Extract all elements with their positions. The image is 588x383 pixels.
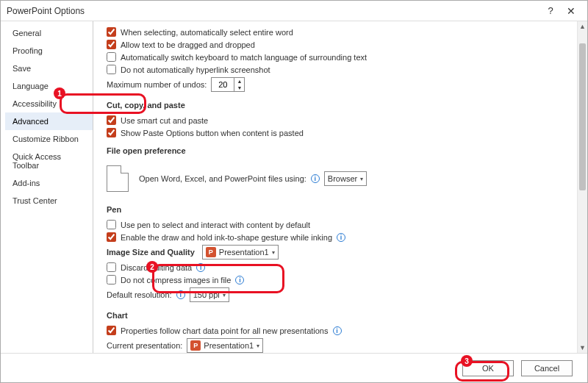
opt-row: Use smart cut and paste <box>107 115 571 125</box>
heading-cut-copy-paste: Cut, copy, and paste <box>107 101 571 110</box>
chevron-down-icon: ▾ <box>257 343 259 349</box>
opt-row: Properties follow chart data point for a… <box>107 326 571 335</box>
info-icon[interactable]: i <box>333 326 342 335</box>
label-chart-props-all: Properties follow chart data point for a… <box>121 326 329 335</box>
powerpoint-badge-icon: P <box>206 247 216 257</box>
advanced-options-content: When selecting, automatically select ent… <box>93 21 577 353</box>
info-icon[interactable]: i <box>176 290 185 299</box>
close-icon[interactable]: ✕ <box>561 3 581 19</box>
checkbox-no-hyperlink-screenshot[interactable] <box>107 65 116 74</box>
label-file-open: Open Word, Excel, and PowerPoint files u… <box>139 174 306 183</box>
sidebar-item-advanced[interactable]: Advanced <box>5 112 93 130</box>
label-max-undos: Maximum number of undos: <box>107 80 207 89</box>
label-current-presentation: Current presentation: <box>107 341 182 350</box>
dialog-body: General Proofing Save Language Accessibi… <box>1 21 587 353</box>
undo-row: Maximum number of undos: ▲▼ <box>107 77 571 92</box>
dialog-button-bar: OK Cancel <box>1 353 587 382</box>
checkbox-auto-keyboard[interactable] <box>107 52 116 62</box>
opt-row: Allow text to be dragged and dropped <box>107 40 571 49</box>
checkbox-smart-cut-paste[interactable] <box>107 115 116 125</box>
file-open-value: Browser <box>328 174 357 183</box>
help-icon[interactable]: ? <box>540 3 561 19</box>
checkbox-use-pen[interactable] <box>107 220 116 229</box>
heading-chart: Chart <box>107 311 571 320</box>
titlebar: PowerPoint Options ? ✕ <box>1 1 587 21</box>
heading-image-size-quality-label: Image Size and Quality <box>107 248 195 257</box>
current-presentation-row: Current presentation: P Presentation1 ▾ <box>107 338 571 353</box>
info-icon[interactable]: i <box>196 263 205 272</box>
heading-file-open: File open preference <box>107 146 571 155</box>
default-resolution-row: Default resolution: i 150 ppi ▾ <box>107 287 571 302</box>
sidebar-item-trust-center[interactable]: Trust Center <box>5 192 93 210</box>
opt-row: Do not compress images in file i <box>107 275 571 284</box>
opt-row: Use pen to select and interact with cont… <box>107 220 571 229</box>
file-icon <box>107 165 129 192</box>
dialog-title: PowerPoint Options <box>7 6 540 16</box>
label-auto-keyboard: Automatically switch keyboard to match l… <box>121 53 367 62</box>
chevron-down-icon: ▾ <box>360 176 363 182</box>
current-presentation-dropdown[interactable]: P Presentation1 ▾ <box>187 338 263 353</box>
powerpoint-options-dialog: PowerPoint Options ? ✕ General Proofing … <box>0 0 588 383</box>
image-quality-scope-dropdown[interactable]: P Presentation1 ▾ <box>202 245 279 259</box>
opt-row: Enable the draw and hold ink-to-shape ge… <box>107 232 571 242</box>
default-resolution-dropdown[interactable]: 150 ppi ▾ <box>190 287 229 302</box>
opt-row: When selecting, automatically select ent… <box>107 27 571 37</box>
vertical-scrollbar[interactable]: ▲ ▼ <box>577 21 587 353</box>
label-default-resolution: Default resolution: <box>107 290 172 299</box>
max-undos-input[interactable] <box>212 78 234 91</box>
cancel-button[interactable]: Cancel <box>521 360 573 376</box>
checkbox-paste-options[interactable] <box>107 128 116 137</box>
opt-row: Automatically switch keyboard to match l… <box>107 52 571 62</box>
checkbox-discard-editing-data[interactable] <box>107 262 116 272</box>
info-icon[interactable]: i <box>311 174 320 183</box>
label-do-not-compress: Do not compress images in file <box>121 276 231 284</box>
label-drag-drop: Allow text to be dragged and dropped <box>121 40 255 49</box>
sidebar-item-proofing[interactable]: Proofing <box>5 42 93 60</box>
scroll-up-icon[interactable]: ▲ <box>578 21 587 32</box>
label-select-word: When selecting, automatically select ent… <box>121 28 293 37</box>
content-panel: When selecting, automatically select ent… <box>93 21 587 353</box>
scroll-down-icon[interactable]: ▼ <box>578 343 587 353</box>
chevron-down-icon: ▾ <box>272 249 275 256</box>
heading-pen: Pen <box>107 205 571 214</box>
sidebar-item-add-ins[interactable]: Add-ins <box>5 174 93 192</box>
label-ink-to-shape: Enable the draw and hold ink-to-shape ge… <box>121 233 332 242</box>
spinner-buttons[interactable]: ▲▼ <box>234 78 244 91</box>
default-resolution-value: 150 ppi <box>193 290 220 299</box>
max-undos-spinner[interactable]: ▲▼ <box>211 77 245 92</box>
opt-row: Do not automatically hyperlink screensho… <box>107 65 571 74</box>
opt-row: Discard editing data i <box>107 262 571 272</box>
checkbox-ink-to-shape[interactable] <box>107 232 116 242</box>
file-open-dropdown[interactable]: Browser ▾ <box>324 171 367 186</box>
sidebar-item-save[interactable]: Save <box>5 60 93 77</box>
sidebar-item-customize-ribbon[interactable]: Customize Ribbon <box>5 130 93 148</box>
ok-button[interactable]: OK <box>462 360 514 376</box>
current-presentation-value: Presentation1 <box>204 341 254 350</box>
chevron-down-icon: ▾ <box>223 292 226 298</box>
sidebar-item-quick-access-toolbar[interactable]: Quick Access Toolbar <box>5 148 93 174</box>
info-icon[interactable]: i <box>235 276 244 284</box>
powerpoint-badge-icon: P <box>190 340 201 351</box>
label-paste-options: Show Paste Options button when content i… <box>121 129 304 137</box>
sidebar-item-language[interactable]: Language <box>5 77 93 95</box>
scroll-thumb[interactable] <box>579 43 586 190</box>
image-quality-scope-value: Presentation1 <box>219 248 269 257</box>
info-icon[interactable]: i <box>337 233 345 242</box>
label-smart-cut-paste: Use smart cut and paste <box>121 116 208 125</box>
heading-image-size-quality: Image Size and Quality P Presentation1 ▾ <box>107 245 571 259</box>
checkbox-chart-props-all[interactable] <box>107 326 116 335</box>
label-use-pen: Use pen to select and interact with cont… <box>121 221 310 229</box>
opt-row: Show Paste Options button when content i… <box>107 128 571 137</box>
checkbox-select-word[interactable] <box>107 27 116 37</box>
sidebar-item-accessibility[interactable]: Accessibility <box>5 95 93 112</box>
checkbox-do-not-compress[interactable] <box>107 275 116 284</box>
file-open-row: Open Word, Excel, and PowerPoint files u… <box>107 161 571 196</box>
sidebar-item-general[interactable]: General <box>5 24 93 42</box>
label-discard-editing-data: Discard editing data <box>121 263 192 272</box>
checkbox-drag-drop[interactable] <box>107 40 116 49</box>
category-sidebar: General Proofing Save Language Accessibi… <box>5 21 93 353</box>
label-no-hyperlink-screenshot: Do not automatically hyperlink screensho… <box>121 65 270 74</box>
